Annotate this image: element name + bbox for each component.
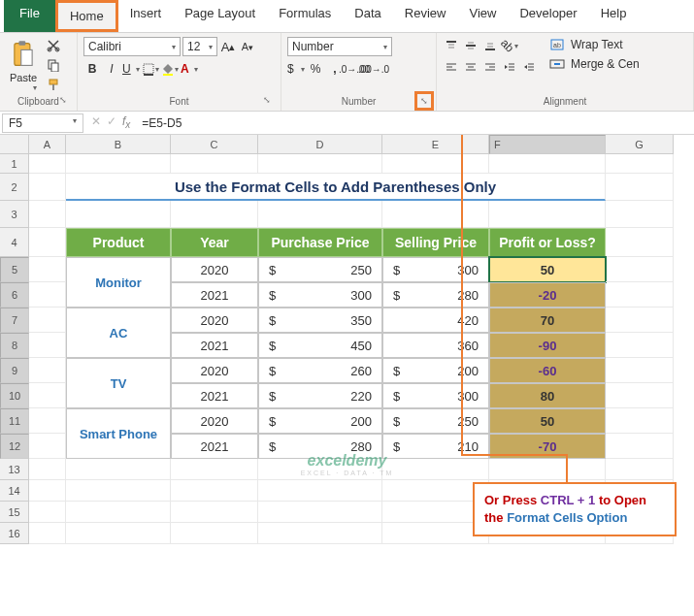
table-header[interactable]: Purchase Price	[258, 228, 382, 257]
title-cell[interactable]: Use the Format Cells to Add Parentheses …	[66, 174, 606, 201]
cell[interactable]	[29, 523, 66, 544]
row-header[interactable]: 7	[0, 308, 29, 333]
row-header[interactable]: 14	[0, 480, 29, 502]
profit-loss-cell[interactable]: -20	[489, 282, 606, 308]
row-header[interactable]: 10	[0, 383, 29, 408]
row-header[interactable]: 11	[0, 408, 29, 434]
cell[interactable]	[29, 408, 66, 434]
cell[interactable]	[489, 201, 606, 228]
row-header[interactable]: 3	[0, 201, 29, 228]
percent-button[interactable]: %	[307, 60, 324, 78]
profit-loss-cell[interactable]: -60	[489, 358, 606, 383]
tab-help[interactable]: Help	[589, 0, 639, 32]
tab-formulas[interactable]: Formulas	[267, 0, 343, 32]
row-header[interactable]: 6	[0, 282, 29, 308]
year-cell[interactable]: 2021	[171, 434, 258, 459]
cell[interactable]	[29, 434, 66, 459]
row-header[interactable]: 4	[0, 228, 29, 257]
decrease-decimal-button[interactable]: .00→.0	[365, 60, 382, 78]
year-cell[interactable]: 2020	[171, 257, 258, 282]
align-middle-button[interactable]	[462, 37, 479, 54]
product-cell[interactable]: AC	[66, 308, 171, 358]
purchase-price-cell[interactable]: $250	[258, 257, 382, 282]
bold-button[interactable]: B	[83, 60, 101, 78]
year-cell[interactable]: 2020	[171, 308, 258, 333]
fill-color-button[interactable]: ▾	[161, 60, 179, 78]
orientation-button[interactable]: ab▾	[501, 37, 518, 54]
profit-loss-cell[interactable]: 70	[489, 308, 606, 333]
cell[interactable]	[606, 282, 674, 308]
selling-price-cell[interactable]: 360	[382, 333, 489, 358]
cell[interactable]	[606, 459, 674, 480]
font-color-button[interactable]: A▾	[181, 60, 198, 78]
cell[interactable]	[606, 257, 674, 282]
underline-button[interactable]: U▾	[122, 60, 140, 78]
cell[interactable]	[66, 201, 171, 228]
col-header-g[interactable]: G	[606, 135, 674, 154]
cell[interactable]	[29, 459, 66, 480]
cell[interactable]	[66, 480, 171, 502]
col-header-c[interactable]: C	[171, 135, 258, 154]
name-box[interactable]: F5▾	[2, 113, 83, 133]
selling-price-cell[interactable]: $200	[382, 358, 489, 383]
product-cell[interactable]: TV	[66, 358, 171, 408]
cell[interactable]	[171, 502, 258, 523]
cell[interactable]	[606, 201, 674, 228]
decrease-font-button[interactable]: A▾	[239, 38, 256, 55]
tab-file[interactable]: File	[4, 0, 55, 32]
increase-font-button[interactable]: A▴	[219, 38, 237, 55]
cell[interactable]	[171, 154, 258, 174]
year-cell[interactable]: 2020	[171, 408, 258, 434]
selling-price-cell[interactable]: 420	[382, 308, 489, 333]
cell[interactable]	[66, 459, 171, 480]
table-header[interactable]: Profit or Loss?	[489, 228, 606, 257]
cell[interactable]	[258, 154, 382, 174]
product-cell[interactable]: Monitor	[66, 257, 171, 308]
year-cell[interactable]: 2021	[171, 282, 258, 308]
row-header[interactable]: 12	[0, 434, 29, 459]
fx-icon[interactable]: fx	[122, 114, 130, 130]
cell[interactable]	[29, 333, 66, 358]
cancel-icon[interactable]: ✕	[91, 114, 101, 130]
cell[interactable]	[66, 154, 171, 174]
cell[interactable]	[258, 480, 382, 502]
table-header[interactable]: Selling Price	[382, 228, 489, 257]
cell[interactable]	[606, 174, 674, 201]
col-header-f[interactable]: F	[489, 135, 606, 154]
profit-loss-cell[interactable]: -90	[489, 333, 606, 358]
cell[interactable]	[171, 480, 258, 502]
row-header[interactable]: 13	[0, 459, 29, 480]
cell[interactable]	[606, 154, 674, 174]
tab-home[interactable]: Home	[55, 0, 118, 32]
row-header[interactable]: 15	[0, 502, 29, 523]
cell[interactable]	[29, 502, 66, 523]
tab-data[interactable]: Data	[343, 0, 392, 32]
cut-button[interactable]	[45, 37, 62, 54]
purchase-price-cell[interactable]: $350	[258, 308, 382, 333]
cell[interactable]	[29, 174, 66, 201]
year-cell[interactable]: 2021	[171, 333, 258, 358]
cell[interactable]	[171, 523, 258, 544]
purchase-price-cell[interactable]: $220	[258, 383, 382, 408]
align-right-button[interactable]	[481, 58, 499, 76]
row-header[interactable]: 9	[0, 358, 29, 383]
cell[interactable]	[606, 358, 674, 383]
purchase-price-cell[interactable]: $300	[258, 282, 382, 308]
paste-button[interactable]: Paste ▾	[6, 37, 41, 94]
number-format-select[interactable]: Number▾	[287, 37, 392, 56]
purchase-price-cell[interactable]: $260	[258, 358, 382, 383]
cell[interactable]	[606, 308, 674, 333]
cell[interactable]	[606, 333, 674, 358]
row-header[interactable]: 1	[0, 154, 29, 174]
tab-review[interactable]: Review	[393, 0, 458, 32]
cell[interactable]	[606, 408, 674, 434]
copy-button[interactable]	[45, 56, 62, 74]
row-header[interactable]: 5	[0, 257, 29, 282]
row-header[interactable]: 2	[0, 174, 29, 201]
col-header-b[interactable]: B	[66, 135, 171, 154]
cell[interactable]	[606, 434, 674, 459]
cell[interactable]	[66, 502, 171, 523]
cell[interactable]	[29, 282, 66, 308]
cell[interactable]	[606, 383, 674, 408]
selling-price-cell[interactable]: $300	[382, 257, 489, 282]
